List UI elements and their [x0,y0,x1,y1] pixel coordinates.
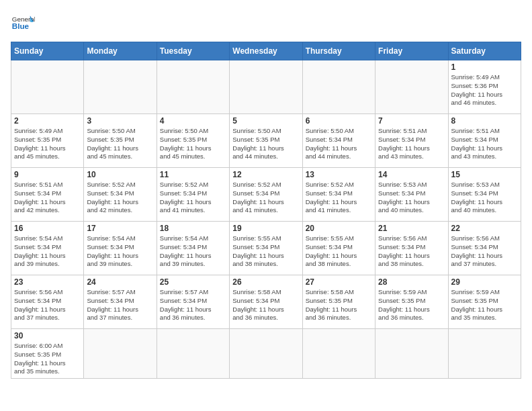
day-number: 22 [451,224,518,233]
day-number: 30 [14,331,81,340]
day-cell: 7Sunrise: 5:51 AM Sunset: 5:34 PM Daylig… [375,114,448,168]
day-cell [302,329,375,379]
day-number: 14 [378,170,445,179]
day-info: Sunrise: 5:52 AM Sunset: 5:34 PM Dayligh… [160,181,226,215]
day-info: Sunrise: 5:49 AM Sunset: 5:36 PM Dayligh… [451,73,518,107]
week-row-4: 16Sunrise: 5:54 AM Sunset: 5:34 PM Dayli… [11,222,521,275]
day-info: Sunrise: 5:50 AM Sunset: 5:34 PM Dayligh… [306,127,372,161]
day-cell [302,60,375,114]
day-cell: 29Sunrise: 5:59 AM Sunset: 5:35 PM Dayli… [448,275,521,329]
day-number: 19 [232,224,299,233]
day-cell: 20Sunrise: 5:55 AM Sunset: 5:34 PM Dayli… [302,222,375,275]
col-header-friday: Friday [375,42,448,60]
day-cell: 6Sunrise: 5:50 AM Sunset: 5:34 PM Daylig… [302,114,375,168]
day-cell: 19Sunrise: 5:55 AM Sunset: 5:34 PM Dayli… [230,222,302,275]
col-header-sunday: Sunday [11,42,84,60]
day-info: Sunrise: 5:52 AM Sunset: 5:34 PM Dayligh… [87,181,153,215]
col-header-thursday: Thursday [302,42,375,60]
day-number: 5 [232,116,299,126]
day-info: Sunrise: 5:49 AM Sunset: 5:35 PM Dayligh… [14,127,81,161]
day-number: 16 [14,224,81,233]
day-cell [230,60,302,114]
day-info: Sunrise: 5:59 AM Sunset: 5:35 PM Dayligh… [451,288,518,322]
day-number: 27 [306,277,372,287]
day-cell [375,329,448,379]
day-number: 2 [14,116,81,126]
day-info: Sunrise: 5:51 AM Sunset: 5:34 PM Dayligh… [14,181,81,215]
day-cell: 8Sunrise: 5:51 AM Sunset: 5:34 PM Daylig… [448,114,521,168]
week-row-5: 23Sunrise: 5:56 AM Sunset: 5:34 PM Dayli… [11,275,521,329]
day-info: Sunrise: 5:50 AM Sunset: 5:35 PM Dayligh… [160,127,226,161]
day-number: 15 [451,170,518,179]
day-number: 4 [160,116,226,126]
day-info: Sunrise: 5:56 AM Sunset: 5:34 PM Dayligh… [378,234,445,269]
day-number: 8 [451,116,518,126]
week-row-3: 9Sunrise: 5:51 AM Sunset: 5:34 PM Daylig… [11,168,521,222]
day-info: Sunrise: 5:56 AM Sunset: 5:34 PM Dayligh… [451,234,518,269]
col-header-saturday: Saturday [448,42,521,60]
day-number: 10 [87,170,153,179]
day-number: 20 [306,224,372,233]
day-cell: 1Sunrise: 5:49 AM Sunset: 5:36 PM Daylig… [448,60,521,114]
calendar-table: SundayMondayTuesdayWednesdayThursdayFrid… [11,42,521,379]
day-info: Sunrise: 5:53 AM Sunset: 5:34 PM Dayligh… [378,181,445,215]
day-cell: 24Sunrise: 5:57 AM Sunset: 5:34 PM Dayli… [84,275,157,329]
header-section: General Blue [11,11,521,35]
header-row: SundayMondayTuesdayWednesdayThursdayFrid… [11,42,521,60]
day-number: 7 [378,116,445,126]
day-cell: 27Sunrise: 5:58 AM Sunset: 5:35 PM Dayli… [302,275,375,329]
day-info: Sunrise: 5:52 AM Sunset: 5:34 PM Dayligh… [232,181,299,215]
day-info: Sunrise: 5:59 AM Sunset: 5:35 PM Dayligh… [378,288,445,322]
day-info: Sunrise: 5:54 AM Sunset: 5:34 PM Dayligh… [160,234,226,269]
day-cell: 4Sunrise: 5:50 AM Sunset: 5:35 PM Daylig… [157,114,229,168]
day-number: 13 [306,170,372,179]
day-number: 3 [87,116,153,126]
week-row-6: 30Sunrise: 6:00 AM Sunset: 5:35 PM Dayli… [11,329,521,379]
day-cell: 12Sunrise: 5:52 AM Sunset: 5:34 PM Dayli… [230,168,302,222]
day-info: Sunrise: 5:54 AM Sunset: 5:34 PM Dayligh… [87,234,153,269]
day-info: Sunrise: 5:54 AM Sunset: 5:34 PM Dayligh… [14,234,81,269]
day-info: Sunrise: 5:55 AM Sunset: 5:34 PM Dayligh… [232,234,299,269]
day-cell: 15Sunrise: 5:53 AM Sunset: 5:34 PM Dayli… [448,168,521,222]
day-cell: 5Sunrise: 5:50 AM Sunset: 5:35 PM Daylig… [230,114,302,168]
day-info: Sunrise: 5:50 AM Sunset: 5:35 PM Dayligh… [232,127,299,161]
day-cell: 30Sunrise: 6:00 AM Sunset: 5:35 PM Dayli… [11,329,84,379]
calendar-container: General Blue SundayMondayTuesdayWednesda… [0,0,532,411]
day-number: 1 [451,62,518,72]
day-number: 6 [306,116,372,126]
day-number: 26 [232,277,299,287]
day-cell [84,329,157,379]
day-cell: 17Sunrise: 5:54 AM Sunset: 5:34 PM Dayli… [84,222,157,275]
day-cell: 22Sunrise: 5:56 AM Sunset: 5:34 PM Dayli… [448,222,521,275]
week-row-1: 1Sunrise: 5:49 AM Sunset: 5:36 PM Daylig… [11,60,521,114]
day-cell: 10Sunrise: 5:52 AM Sunset: 5:34 PM Dayli… [84,168,157,222]
day-info: Sunrise: 5:53 AM Sunset: 5:34 PM Dayligh… [451,181,518,215]
day-cell [11,60,84,114]
day-number: 9 [14,170,81,179]
day-info: Sunrise: 5:51 AM Sunset: 5:34 PM Dayligh… [451,127,518,161]
day-cell [448,329,521,379]
day-cell: 21Sunrise: 5:56 AM Sunset: 5:34 PM Dayli… [375,222,448,275]
day-info: Sunrise: 5:57 AM Sunset: 5:34 PM Dayligh… [160,288,226,322]
day-info: Sunrise: 5:51 AM Sunset: 5:34 PM Dayligh… [378,127,445,161]
day-cell: 2Sunrise: 5:49 AM Sunset: 5:35 PM Daylig… [11,114,84,168]
day-info: Sunrise: 5:55 AM Sunset: 5:34 PM Dayligh… [306,234,372,269]
day-cell: 11Sunrise: 5:52 AM Sunset: 5:34 PM Dayli… [157,168,229,222]
day-number: 11 [160,170,226,179]
day-number: 25 [160,277,226,287]
day-cell [157,60,229,114]
logo: General Blue [11,11,35,35]
col-header-tuesday: Tuesday [157,42,229,60]
day-info: Sunrise: 5:52 AM Sunset: 5:34 PM Dayligh… [306,181,372,215]
day-number: 24 [87,277,153,287]
day-cell [375,60,448,114]
day-number: 23 [14,277,81,287]
svg-text:Blue: Blue [12,21,30,30]
day-info: Sunrise: 5:58 AM Sunset: 5:34 PM Dayligh… [232,288,299,322]
col-header-monday: Monday [84,42,157,60]
day-cell [157,329,229,379]
day-cell [84,60,157,114]
day-cell: 13Sunrise: 5:52 AM Sunset: 5:34 PM Dayli… [302,168,375,222]
day-number: 29 [451,277,518,287]
day-cell: 28Sunrise: 5:59 AM Sunset: 5:35 PM Dayli… [375,275,448,329]
